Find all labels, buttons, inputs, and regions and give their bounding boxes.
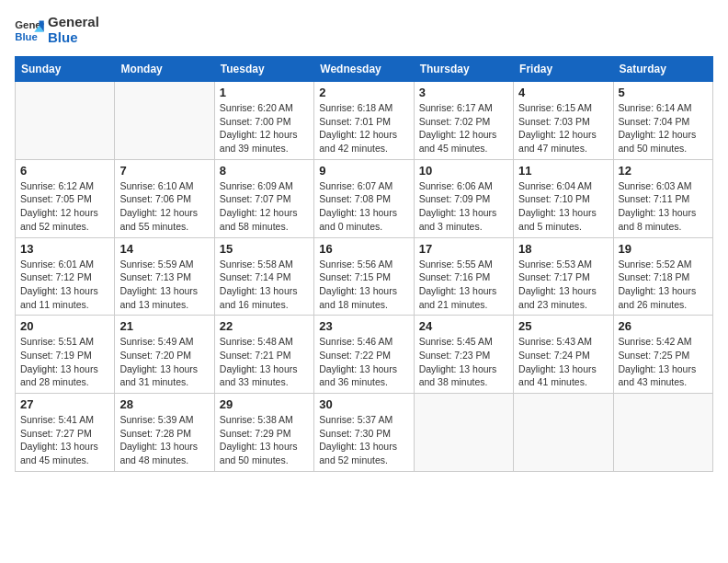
- day-number: 12: [619, 164, 708, 178]
- day-info: Sunrise: 5:59 AMSunset: 7:13 PMDaylight:…: [119, 258, 209, 312]
- day-info: Sunrise: 5:39 AMSunset: 7:28 PMDaylight:…: [119, 413, 209, 467]
- day-number: 2: [319, 86, 408, 99]
- day-number: 10: [419, 164, 508, 178]
- calendar-cell: 1Sunrise: 6:20 AMSunset: 7:00 PMDaylight…: [214, 82, 313, 160]
- day-header-saturday: Saturday: [613, 57, 712, 82]
- calendar-header-row: SundayMondayTuesdayWednesdayThursdayFrid…: [16, 57, 713, 82]
- calendar-cell: 25Sunrise: 5:43 AMSunset: 7:24 PMDayligh…: [514, 316, 613, 394]
- calendar-cell: 19Sunrise: 5:52 AMSunset: 7:18 PMDayligh…: [613, 237, 712, 316]
- day-number: 4: [518, 86, 608, 99]
- calendar-cell: 9Sunrise: 6:07 AMSunset: 7:08 PMDaylight…: [314, 159, 414, 237]
- day-info: Sunrise: 5:58 AMSunset: 7:14 PMDaylight:…: [220, 258, 309, 312]
- day-number: 16: [319, 242, 408, 256]
- day-info: Sunrise: 5:41 AMSunset: 7:27 PMDaylight:…: [20, 413, 109, 467]
- day-info: Sunrise: 5:53 AMSunset: 7:17 PMDaylight:…: [518, 258, 608, 312]
- day-info: Sunrise: 6:03 AMSunset: 7:11 PMDaylight:…: [619, 179, 708, 234]
- day-number: 30: [319, 397, 408, 411]
- calendar-cell: 15Sunrise: 5:58 AMSunset: 7:14 PMDayligh…: [214, 237, 313, 316]
- day-number: 26: [619, 319, 708, 333]
- day-info: Sunrise: 6:07 AMSunset: 7:08 PMDaylight:…: [319, 179, 408, 234]
- day-number: 15: [220, 242, 309, 256]
- day-number: 9: [319, 164, 408, 178]
- day-number: 17: [419, 242, 508, 256]
- day-number: 21: [119, 319, 209, 333]
- calendar-cell: 16Sunrise: 5:56 AMSunset: 7:15 PMDayligh…: [314, 237, 414, 316]
- calendar-cell: 17Sunrise: 5:55 AMSunset: 7:16 PMDayligh…: [414, 237, 513, 316]
- calendar-cell: 5Sunrise: 6:14 AMSunset: 7:04 PMDaylight…: [613, 82, 712, 160]
- day-number: 28: [119, 397, 209, 411]
- calendar-cell: 30Sunrise: 5:37 AMSunset: 7:30 PMDayligh…: [314, 394, 414, 472]
- day-number: 8: [220, 164, 309, 178]
- calendar-cell: 20Sunrise: 5:51 AMSunset: 7:19 PMDayligh…: [16, 316, 115, 394]
- calendar-week-row: 1Sunrise: 6:20 AMSunset: 7:00 PMDaylight…: [16, 82, 713, 160]
- day-info: Sunrise: 6:17 AMSunset: 7:02 PMDaylight:…: [419, 101, 508, 155]
- day-header-thursday: Thursday: [414, 57, 513, 82]
- day-info: Sunrise: 5:46 AMSunset: 7:22 PMDaylight:…: [319, 335, 408, 389]
- day-info: Sunrise: 6:10 AMSunset: 7:06 PMDaylight:…: [119, 179, 209, 234]
- calendar-cell: [16, 82, 115, 160]
- day-header-wednesday: Wednesday: [314, 57, 414, 82]
- logo-icon: General Blue: [15, 17, 44, 43]
- day-number: 5: [619, 86, 708, 99]
- day-info: Sunrise: 5:52 AMSunset: 7:18 PMDaylight:…: [619, 258, 708, 312]
- svg-text:Blue: Blue: [15, 30, 38, 41]
- day-number: 29: [220, 397, 309, 411]
- day-info: Sunrise: 6:14 AMSunset: 7:04 PMDaylight:…: [619, 101, 708, 155]
- day-info: Sunrise: 6:01 AMSunset: 7:12 PMDaylight:…: [20, 258, 109, 312]
- calendar-cell: 11Sunrise: 6:04 AMSunset: 7:10 PMDayligh…: [514, 159, 613, 237]
- day-number: 1: [220, 86, 309, 99]
- day-number: 18: [518, 242, 608, 256]
- calendar-cell: [514, 394, 613, 472]
- calendar-cell: 26Sunrise: 5:42 AMSunset: 7:25 PMDayligh…: [613, 316, 712, 394]
- calendar-cell: 21Sunrise: 5:49 AMSunset: 7:20 PMDayligh…: [115, 316, 214, 394]
- day-number: 23: [319, 319, 408, 333]
- day-number: 24: [419, 319, 508, 333]
- calendar-cell: 27Sunrise: 5:41 AMSunset: 7:27 PMDayligh…: [16, 394, 115, 472]
- day-info: Sunrise: 6:20 AMSunset: 7:00 PMDaylight:…: [220, 101, 309, 155]
- calendar-cell: 13Sunrise: 6:01 AMSunset: 7:12 PMDayligh…: [16, 237, 115, 316]
- calendar-cell: 2Sunrise: 6:18 AMSunset: 7:01 PMDaylight…: [314, 82, 414, 160]
- day-header-friday: Friday: [514, 57, 613, 82]
- day-info: Sunrise: 5:56 AMSunset: 7:15 PMDaylight:…: [319, 258, 408, 312]
- calendar-cell: 24Sunrise: 5:45 AMSunset: 7:23 PMDayligh…: [414, 316, 513, 394]
- calendar-cell: 14Sunrise: 5:59 AMSunset: 7:13 PMDayligh…: [115, 237, 214, 316]
- day-info: Sunrise: 5:38 AMSunset: 7:29 PMDaylight:…: [220, 413, 309, 467]
- day-info: Sunrise: 5:45 AMSunset: 7:23 PMDaylight:…: [419, 335, 508, 389]
- day-number: 27: [20, 397, 109, 411]
- calendar-cell: 29Sunrise: 5:38 AMSunset: 7:29 PMDayligh…: [214, 394, 313, 472]
- calendar-cell: 23Sunrise: 5:46 AMSunset: 7:22 PMDayligh…: [314, 316, 414, 394]
- day-info: Sunrise: 6:06 AMSunset: 7:09 PMDaylight:…: [419, 179, 508, 234]
- calendar-week-row: 6Sunrise: 6:12 AMSunset: 7:05 PMDaylight…: [16, 159, 713, 237]
- day-header-tuesday: Tuesday: [214, 57, 313, 82]
- day-number: 7: [119, 164, 209, 178]
- calendar-week-row: 20Sunrise: 5:51 AMSunset: 7:19 PMDayligh…: [16, 316, 713, 394]
- day-info: Sunrise: 5:48 AMSunset: 7:21 PMDaylight:…: [220, 335, 309, 389]
- calendar-cell: 4Sunrise: 6:15 AMSunset: 7:03 PMDaylight…: [514, 82, 613, 160]
- day-number: 11: [518, 164, 608, 178]
- calendar-cell: 7Sunrise: 6:10 AMSunset: 7:06 PMDaylight…: [115, 159, 214, 237]
- calendar-cell: 28Sunrise: 5:39 AMSunset: 7:28 PMDayligh…: [115, 394, 214, 472]
- calendar-cell: 6Sunrise: 6:12 AMSunset: 7:05 PMDaylight…: [16, 159, 115, 237]
- calendar-cell: 3Sunrise: 6:17 AMSunset: 7:02 PMDaylight…: [414, 82, 513, 160]
- day-info: Sunrise: 5:42 AMSunset: 7:25 PMDaylight:…: [619, 335, 708, 389]
- day-number: 19: [619, 242, 708, 256]
- calendar-week-row: 27Sunrise: 5:41 AMSunset: 7:27 PMDayligh…: [16, 394, 713, 472]
- day-info: Sunrise: 5:55 AMSunset: 7:16 PMDaylight:…: [419, 258, 508, 312]
- day-info: Sunrise: 6:18 AMSunset: 7:01 PMDaylight:…: [319, 101, 408, 155]
- day-number: 20: [20, 319, 109, 333]
- day-info: Sunrise: 5:37 AMSunset: 7:30 PMDaylight:…: [319, 413, 408, 467]
- logo-general-text: General: [48, 15, 99, 30]
- calendar-cell: 22Sunrise: 5:48 AMSunset: 7:21 PMDayligh…: [214, 316, 313, 394]
- day-info: Sunrise: 5:49 AMSunset: 7:20 PMDaylight:…: [119, 335, 209, 389]
- day-info: Sunrise: 5:51 AMSunset: 7:19 PMDaylight:…: [20, 335, 109, 389]
- day-info: Sunrise: 5:43 AMSunset: 7:24 PMDaylight:…: [518, 335, 608, 389]
- day-info: Sunrise: 6:12 AMSunset: 7:05 PMDaylight:…: [20, 179, 109, 234]
- logo: General Blue General Blue: [15, 15, 99, 45]
- day-header-sunday: Sunday: [16, 57, 115, 82]
- day-info: Sunrise: 6:04 AMSunset: 7:10 PMDaylight:…: [518, 179, 608, 234]
- logo-blue-text: Blue: [48, 30, 99, 46]
- calendar-cell: 10Sunrise: 6:06 AMSunset: 7:09 PMDayligh…: [414, 159, 513, 237]
- calendar-week-row: 13Sunrise: 6:01 AMSunset: 7:12 PMDayligh…: [16, 237, 713, 316]
- calendar-cell: 18Sunrise: 5:53 AMSunset: 7:17 PMDayligh…: [514, 237, 613, 316]
- day-number: 25: [518, 319, 608, 333]
